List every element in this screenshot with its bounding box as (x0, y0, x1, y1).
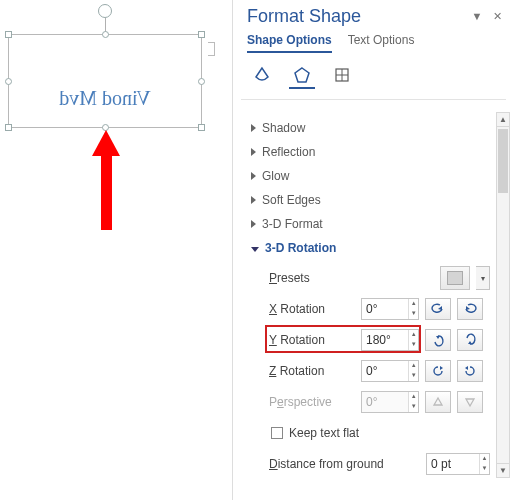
x-rotate-right-button[interactable] (457, 298, 483, 320)
resize-handle-ne[interactable] (198, 31, 205, 38)
resize-handle-sw[interactable] (5, 124, 12, 131)
z-rotation-label: Z Rotation (269, 364, 355, 378)
margin-mark-icon (208, 42, 215, 56)
row-keep-flat: Keep text flat (269, 421, 490, 445)
format-shape-panel: Format Shape ▼ ✕ Shape Options Text Opti… (232, 0, 514, 500)
resize-handle-n[interactable] (102, 31, 109, 38)
keep-text-flat-label: Keep text flat (289, 426, 359, 440)
panel-title: Format Shape (247, 6, 361, 27)
panel-dropdown-icon[interactable]: ▼ (470, 10, 484, 23)
size-properties-icon[interactable] (329, 63, 355, 89)
perspective-up-button (425, 391, 451, 413)
perspective-label: Perspective (269, 395, 355, 409)
scroll-thumb[interactable] (498, 129, 508, 193)
row-distance: Distance from ground Distance from groun… (269, 452, 490, 476)
scroll-up-icon[interactable]: ▲ (497, 113, 509, 127)
perspective-input: ▲▼ (361, 391, 419, 413)
presets-label: PPresetsresets (269, 271, 355, 285)
resize-handle-e[interactable] (198, 78, 205, 85)
selected-shape[interactable]: Vinod Mvd (8, 34, 202, 128)
z-rotate-ccw-button[interactable] (425, 360, 451, 382)
scroll-down-icon[interactable]: ▼ (497, 463, 509, 477)
presets-button[interactable] (440, 266, 470, 290)
document-canvas: Vinod Mvd (0, 0, 230, 500)
row-x-rotation: X Rotation ▲▼ (269, 297, 490, 321)
panel-scrollbar[interactable]: ▲ ▼ (496, 112, 510, 478)
section-soft-edges[interactable]: Soft Edges (251, 188, 490, 212)
rotation-3d-body: PPresetsresets ▾ X Rotation ▲▼ Y Rotatio… (233, 260, 514, 476)
perspective-down-button (457, 391, 483, 413)
y-rotate-up-button[interactable] (425, 329, 451, 351)
y-rotation-input[interactable]: ▲▼ (361, 329, 419, 351)
section-3d-rotation[interactable]: 3-D Rotation (251, 236, 490, 260)
x-rotate-left-button[interactable] (425, 298, 451, 320)
section-reflection[interactable]: Reflection (251, 140, 490, 164)
tab-text-options[interactable]: Text Options (348, 33, 415, 53)
resize-handle-nw[interactable] (5, 31, 12, 38)
panel-tabs: Shape Options Text Options (233, 29, 514, 53)
presets-dropdown-icon[interactable]: ▾ (476, 266, 490, 290)
row-y-rotation: Y Rotation ▲▼ (269, 328, 490, 352)
x-rotation-input[interactable]: ▲▼ (361, 298, 419, 320)
effects-icon[interactable] (289, 63, 315, 89)
svg-marker-0 (295, 68, 309, 82)
y-rotate-down-button[interactable] (457, 329, 483, 351)
section-shadow[interactable]: Shadow (251, 116, 490, 140)
fill-line-icon[interactable] (249, 63, 275, 89)
z-rotate-cw-button[interactable] (457, 360, 483, 382)
distance-label: Distance from ground (269, 457, 420, 471)
resize-handle-se[interactable] (198, 124, 205, 131)
keep-text-flat-checkbox[interactable] (271, 427, 283, 439)
x-rotation-label: X Rotation (269, 302, 355, 316)
rotation-handle-icon[interactable] (98, 4, 112, 18)
section-glow[interactable]: Glow (251, 164, 490, 188)
row-z-rotation: Z Rotation ▲▼ (269, 359, 490, 383)
shape-text: Vinod Mvd (9, 87, 201, 110)
z-rotation-input[interactable]: ▲▼ (361, 360, 419, 382)
resize-handle-w[interactable] (5, 78, 12, 85)
tab-shape-options[interactable]: Shape Options (247, 33, 332, 53)
row-perspective: Perspective Perspective ▲▼ (269, 390, 490, 414)
row-presets: PPresetsresets ▾ (269, 266, 490, 290)
distance-input[interactable]: ▲▼ (426, 453, 490, 475)
annotation-arrow-icon (92, 130, 120, 230)
section-3d-format[interactable]: 3-D Format (251, 212, 490, 236)
y-rotation-label: Y Rotation (269, 333, 355, 347)
panel-close-icon[interactable]: ✕ (490, 10, 504, 23)
